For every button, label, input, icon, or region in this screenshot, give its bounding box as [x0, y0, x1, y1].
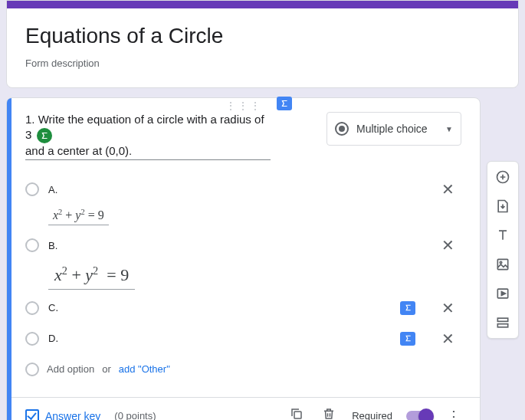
remove-option-button[interactable]: ✕ — [434, 330, 461, 348]
svg-rect-5 — [497, 318, 507, 321]
header-accent-bar — [7, 1, 518, 8]
question-card: ⋮⋮⋮ 1. Write the equation of a circle wi… — [6, 97, 481, 420]
svg-rect-6 — [497, 324, 507, 327]
add-option-button[interactable]: Add option — [47, 363, 94, 375]
required-label: Required — [352, 410, 392, 420]
add-section-button[interactable] — [492, 312, 514, 333]
question-equation-chip-icon[interactable] — [37, 128, 52, 143]
more-options-button[interactable]: ⋮ — [446, 407, 461, 420]
add-option-row: Add option or add "Other" — [25, 354, 461, 385]
option-equation[interactable]: x2 + y2 = 9 — [25, 261, 461, 292]
required-toggle[interactable] — [406, 411, 432, 420]
question-prompt-line2: and a center at (0,0). — [25, 144, 132, 157]
form-title[interactable]: Equations of a Circle — [25, 24, 500, 48]
question-type-select[interactable]: Multiple choice ▼ — [326, 112, 461, 146]
option-row: D. ✕ — [25, 323, 461, 354]
drag-handle-icon[interactable]: ⋮⋮⋮ — [7, 98, 480, 112]
add-title-button[interactable] — [492, 225, 514, 246]
option-row: B. ✕ — [25, 230, 461, 261]
radio-icon — [25, 182, 39, 196]
equation-badge-icon[interactable] — [277, 97, 292, 110]
add-image-button[interactable] — [492, 254, 514, 275]
remove-option-button[interactable]: ✕ — [434, 236, 461, 254]
add-question-button[interactable] — [492, 166, 514, 188]
question-type-label: Multiple choice — [356, 123, 438, 135]
svg-point-3 — [500, 261, 502, 264]
add-video-button[interactable] — [492, 283, 514, 304]
chevron-down-icon: ▼ — [445, 125, 453, 133]
delete-button[interactable] — [320, 407, 338, 420]
duplicate-button[interactable] — [287, 407, 306, 420]
equation-badge-icon[interactable] — [400, 332, 415, 346]
answer-key-button[interactable]: Answer key — [25, 409, 100, 420]
radio-icon — [25, 332, 39, 346]
add-option-or: or — [102, 363, 111, 375]
option-row: A. ✕ — [25, 174, 461, 205]
import-questions-button[interactable] — [492, 195, 514, 217]
form-description[interactable]: Form description — [25, 57, 500, 69]
question-footer: Answer key (0 points) Required ⋮ — [7, 397, 480, 420]
radio-icon — [25, 363, 39, 376]
checkbox-icon — [25, 409, 39, 420]
answer-key-label: Answer key — [45, 410, 100, 420]
radio-icon — [25, 301, 39, 315]
option-label[interactable]: A. — [48, 184, 57, 195]
svg-rect-2 — [497, 259, 507, 269]
points-label: (0 points) — [114, 410, 156, 420]
side-toolbar — [487, 161, 519, 339]
svg-rect-0 — [294, 412, 301, 418]
radio-icon — [25, 238, 39, 252]
question-prompt-line1: 1. Write the equation of a circle with a… — [25, 113, 264, 141]
option-label[interactable]: B. — [48, 240, 57, 251]
option-label[interactable]: C. — [48, 302, 58, 313]
equation-badge-icon[interactable] — [400, 301, 415, 315]
radio-icon — [335, 122, 349, 136]
question-text-input[interactable]: 1. Write the equation of a circle with a… — [25, 112, 271, 160]
option-row: C. ✕ — [25, 293, 461, 323]
option-equation[interactable]: x2 + y2 = 9 — [25, 205, 461, 230]
add-other-button[interactable]: add "Other" — [119, 363, 170, 375]
remove-option-button[interactable]: ✕ — [434, 299, 461, 317]
remove-option-button[interactable]: ✕ — [434, 180, 461, 199]
option-label[interactable]: D. — [48, 333, 58, 344]
form-header-card: Equations of a Circle Form description — [6, 0, 519, 88]
